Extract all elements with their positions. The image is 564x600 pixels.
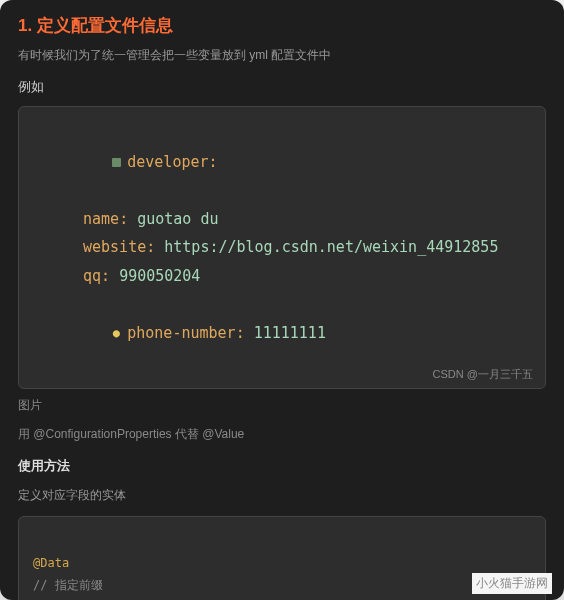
csdn-watermark: CSDN @一月三千五 <box>433 367 533 382</box>
yml-root-key: developer <box>127 153 208 171</box>
description-text: 有时候我们为了统一管理会把一些变量放到 yml 配置文件中 <box>18 47 546 64</box>
yml-entry-name: name: guotao du <box>33 205 531 234</box>
lightbulb-icon: ● <box>109 322 123 345</box>
section-heading: 1. 定义配置文件信息 <box>18 14 546 37</box>
article-panel: 1. 定义配置文件信息 有时候我们为了统一管理会把一些变量放到 yml 配置文件… <box>0 0 564 600</box>
collapse-icon <box>109 148 123 177</box>
yml-entry-phone: ●phone-number: 11111111 <box>33 290 531 376</box>
comment-prefix: // 指定前缀 <box>33 578 103 592</box>
usage-title: 使用方法 <box>18 457 546 475</box>
anno-data: @Data <box>33 556 69 570</box>
image-caption: 图片 <box>18 397 546 414</box>
java-code-lines: @Data // 指定前缀 @ConfigurationProperties(p… <box>33 529 531 600</box>
yml-code-block: developer: name: guotao du website: http… <box>18 106 546 389</box>
config-note: 用 @ConfigurationProperties 代替 @Value <box>18 426 546 443</box>
usage-subtext: 定义对应字段的实体 <box>18 487 546 504</box>
site-watermark: 小火猫手游网 <box>472 573 552 594</box>
example-label: 例如 <box>18 78 546 96</box>
yml-entry-website: website: https://blog.csdn.net/weixin_44… <box>33 233 531 262</box>
yml-entry-qq: qq: 990050204 <box>33 262 531 291</box>
java-code-block: @Data // 指定前缀 @ConfigurationProperties(p… <box>18 516 546 600</box>
yml-root-line: developer: <box>33 119 531 205</box>
